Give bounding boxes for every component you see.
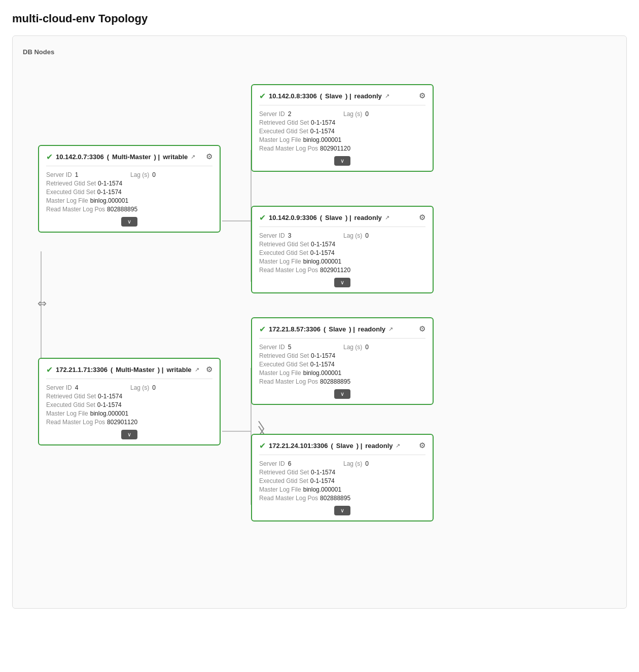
retrieved-gtid-row-slave-1: Retrieved Gtid Set 0-1-1574 [259, 119, 425, 126]
gear-icon-master-1[interactable]: ⚙ [206, 152, 212, 161]
node-info-master-1: Server ID 1 Lag (s) 0 Retrieved Gtid Set… [46, 171, 212, 213]
master-log-file-label-master-1: Master Log File [46, 197, 88, 204]
node-type-paren-master-2: ( [111, 366, 113, 374]
executed-gtid-label-slave-1: Executed Gtid Set [259, 128, 308, 135]
retrieved-gtid-row-slave-2: Retrieved Gtid Set 0-1-1574 [259, 241, 425, 248]
read-master-log-pos-label-master-2: Read Master Log Pos [46, 419, 105, 426]
read-master-log-pos-value-slave-3: 802888895 [320, 378, 350, 385]
node-type-label-slave-3: Slave [329, 325, 346, 333]
node-type-label-slave-2: Slave [325, 214, 342, 221]
node-type-master-1: ( [107, 153, 109, 161]
server-id-label-master-1: Server ID [46, 171, 72, 178]
retrieved-gtid-row-master-2: Retrieved Gtid Set 0-1-1574 [46, 393, 212, 400]
node-sep-slave-3: ) | [349, 325, 355, 333]
external-link-icon-master-2[interactable]: ↗ [195, 366, 199, 373]
node-title-row-slave-3: ✔ 172.21.8.57:3306 ( Slave ) | readonly … [259, 324, 419, 334]
gear-icon-master-2[interactable]: ⚙ [206, 365, 212, 374]
executed-gtid-value-master-2: 0-1-1574 [97, 401, 122, 408]
expand-button-slave-2[interactable]: ∨ [334, 278, 350, 287]
expand-button-slave-4[interactable]: ∨ [334, 506, 350, 515]
node-title-row-master-1: ✔ 10.142.0.7:3306 ( Multi-Master ) | wri… [46, 152, 206, 162]
read-master-log-pos-row-slave-3: Read Master Log Pos 802888895 [259, 378, 425, 385]
expand-btn-slave-1[interactable]: ∨ [259, 156, 425, 166]
master-log-file-row-master-1: Master Log File binlog.000001 [46, 197, 212, 204]
bidirectional-arrow: ⇕ [35, 299, 48, 308]
node-address-master-1: 10.142.0.7:3306 [56, 153, 104, 161]
expand-btn-slave-4[interactable]: ∨ [259, 506, 425, 515]
external-link-icon-master-1[interactable]: ↗ [191, 154, 195, 160]
master-log-file-value-master-1: binlog.000001 [90, 197, 128, 204]
expand-button-master-2[interactable]: ∨ [121, 430, 137, 439]
lag-value-slave-4: 0 [365, 460, 369, 467]
node-title-row-master-2: ✔ 172.21.1.71:3306 ( Multi-Master ) | wr… [46, 365, 206, 375]
executed-gtid-value-master-1: 0-1-1574 [97, 189, 122, 196]
lag-value-master-1: 0 [152, 171, 156, 178]
section-label: DB Nodes [23, 48, 616, 56]
server-id-row-slave-3: Server ID 5 Lag (s) 0 [259, 344, 425, 351]
retrieved-gtid-value-master-2: 0-1-1574 [98, 393, 122, 400]
node-info-slave-1: Server ID 2 Lag (s) 0 Retrieved Gtid Set… [259, 110, 425, 152]
master-log-file-value-slave-3: binlog.000001 [303, 369, 341, 377]
executed-gtid-row-slave-1: Executed Gtid Set 0-1-1574 [259, 128, 425, 135]
master-log-file-label-slave-3: Master Log File [259, 369, 301, 377]
retrieved-gtid-row-master-1: Retrieved Gtid Set 0-1-1574 [46, 180, 212, 187]
node-separator-master-1: ) | [154, 153, 160, 161]
slave-node-4: ✔ 172.21.24.101:3306 ( Slave ) | readonl… [251, 434, 434, 521]
nodes-area: ⇕ ✔ 10.142.0.7:3306 ( Multi-Master ) | w… [23, 64, 616, 596]
node-info-master-2: Server ID 4 Lag (s) 0 Retrieved Gtid Set… [46, 384, 212, 426]
node-address-slave-1: 10.142.0.8:3306 [269, 92, 317, 100]
status-check-icon-master-2: ✔ [46, 365, 53, 375]
retrieved-gtid-row-slave-3: Retrieved Gtid Set 0-1-1574 [259, 352, 425, 359]
retrieved-gtid-label-slave-2: Retrieved Gtid Set [259, 241, 309, 248]
executed-gtid-value-slave-3: 0-1-1574 [310, 361, 335, 368]
external-link-icon-slave-1[interactable]: ↗ [385, 93, 389, 99]
expand-button-slave-3[interactable]: ∨ [334, 389, 350, 399]
read-master-log-pos-row-slave-4: Read Master Log Pos 802888895 [259, 495, 425, 502]
node-mode-slave-1: readonly [354, 92, 382, 100]
expand-button-slave-1[interactable]: ∨ [334, 156, 350, 166]
node-header-master-2: ✔ 172.21.1.71:3306 ( Multi-Master ) | wr… [46, 365, 212, 379]
read-master-log-pos-label-slave-2: Read Master Log Pos [259, 267, 318, 274]
executed-gtid-label-master-2: Executed Gtid Set [46, 401, 95, 408]
expand-btn-slave-2[interactable]: ∨ [259, 278, 425, 287]
gear-icon-slave-4[interactable]: ⚙ [419, 441, 425, 450]
read-master-log-pos-value-slave-1: 802901120 [320, 145, 350, 152]
node-mode-slave-3: readonly [358, 325, 385, 333]
expand-btn-master-1[interactable]: ∨ [46, 217, 212, 227]
gear-icon-slave-2[interactable]: ⚙ [419, 213, 425, 222]
node-header-slave-2: ✔ 10.142.0.9:3306 ( Slave ) | readonly ↗… [259, 213, 425, 227]
read-master-log-pos-value-master-1: 802888895 [107, 206, 137, 213]
master-log-file-label-slave-4: Master Log File [259, 486, 301, 493]
external-link-icon-slave-4[interactable]: ↗ [396, 442, 400, 449]
expand-button-master-1[interactable]: ∨ [121, 217, 137, 227]
server-id-row-master-2: Server ID 4 Lag (s) 0 [46, 384, 212, 391]
status-check-icon-slave-4: ✔ [259, 441, 266, 451]
lag-label-slave-3: Lag (s) [343, 344, 362, 351]
executed-gtid-label-slave-2: Executed Gtid Set [259, 249, 308, 256]
gear-icon-slave-1[interactable]: ⚙ [419, 91, 425, 100]
retrieved-gtid-value-slave-1: 0-1-1574 [311, 119, 335, 126]
lag-value-slave-1: 0 [365, 110, 369, 118]
status-check-icon-slave-1: ✔ [259, 91, 266, 101]
retrieved-gtid-label-slave-3: Retrieved Gtid Set [259, 352, 309, 359]
node-mode-slave-2: readonly [354, 214, 382, 221]
gear-icon-slave-3[interactable]: ⚙ [419, 324, 425, 333]
master-log-file-value-slave-4: binlog.000001 [303, 486, 341, 493]
read-master-log-pos-label-slave-4: Read Master Log Pos [259, 495, 318, 502]
server-id-label-slave-4: Server ID [259, 460, 285, 467]
node-mode-master-1: writable [163, 153, 188, 161]
master-log-file-value-slave-1: binlog.000001 [303, 136, 341, 143]
expand-btn-slave-3[interactable]: ∨ [259, 389, 425, 399]
expand-btn-master-2[interactable]: ∨ [46, 430, 212, 439]
server-id-label-slave-3: Server ID [259, 344, 285, 351]
external-link-icon-slave-3[interactable]: ↗ [388, 326, 393, 332]
node-address-slave-3: 172.21.8.57:3306 [269, 325, 321, 333]
node-address-master-2: 172.21.1.71:3306 [56, 366, 108, 374]
executed-gtid-row-slave-4: Executed Gtid Set 0-1-1574 [259, 477, 425, 484]
master-log-file-row-slave-2: Master Log File binlog.000001 [259, 258, 425, 265]
master-log-file-label-slave-2: Master Log File [259, 258, 301, 265]
node-header-slave-3: ✔ 172.21.8.57:3306 ( Slave ) | readonly … [259, 324, 425, 339]
server-id-row-slave-4: Server ID 6 Lag (s) 0 [259, 460, 425, 467]
retrieved-gtid-label-slave-4: Retrieved Gtid Set [259, 469, 309, 476]
external-link-icon-slave-2[interactable]: ↗ [385, 214, 389, 221]
